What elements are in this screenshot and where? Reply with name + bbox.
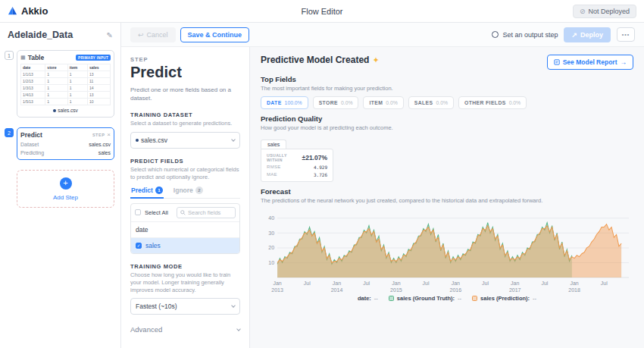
forecast-chart[interactable]: 10203040Jan2013JulJan2014JulJan2015JulJa…	[261, 206, 633, 294]
pq-tab-sales[interactable]: sales	[261, 140, 286, 149]
set-output-toggle[interactable]: Set an output step	[492, 31, 558, 39]
chip-item[interactable]: ITEM 0.0%	[363, 96, 403, 109]
dataset-select[interactable]: sales.csv	[130, 132, 240, 149]
top-fields-desc: The most important fields for making you…	[261, 85, 633, 92]
chip-sales[interactable]: SALES 0.0%	[408, 96, 454, 109]
prediction-swatch-icon	[472, 296, 477, 301]
cancel-button[interactable]: ↩ Cancel	[130, 27, 176, 42]
edit-flow-name-icon[interactable]: ✎	[107, 31, 113, 39]
report-icon	[554, 59, 560, 65]
chip-other-fields[interactable]: OTHER FIELDS 0.0%	[458, 96, 527, 109]
add-step-label: Add Step	[22, 194, 109, 201]
prediction-quality-card: sales USUALLY WITHIN ±21.07% RMSE 4.929	[261, 136, 633, 182]
tab-predict[interactable]: Predict 1	[130, 187, 164, 199]
mae-row: MAE 3.726	[267, 172, 327, 177]
forecast-desc: The predictions of the neural network yo…	[261, 197, 633, 204]
svg-text:Jul: Jul	[423, 281, 430, 286]
primary-input-badge: PRIMARY INPUT	[76, 55, 111, 61]
predict-fields-label: PREDICT FIELDS	[130, 158, 240, 165]
check-icon: ✓	[137, 243, 141, 248]
sales-checkbox[interactable]: ✓	[136, 243, 142, 249]
tab-ignore[interactable]: Ignore 2	[173, 187, 204, 198]
advanced-toggle[interactable]: Advanced	[130, 325, 240, 334]
svg-text:Jul: Jul	[304, 281, 311, 286]
step-label: STEP	[92, 133, 105, 137]
preview-col-header: item	[67, 64, 87, 71]
search-fields-input[interactable]	[188, 209, 232, 216]
step-config-panel: STEP Predict Predict one or more fields …	[121, 47, 250, 348]
chevron-down-icon	[231, 303, 236, 308]
add-step-card[interactable]: + Add Step	[17, 170, 114, 208]
chip-date[interactable]: DATE 100.0%	[261, 96, 308, 109]
predict-ignore-tabs: Predict 1 Ignore 2	[130, 187, 240, 199]
training-dataset-desc: Select a dataset to generate predictions…	[130, 120, 240, 127]
save-continue-button[interactable]: Save & Continue	[180, 27, 250, 42]
step-title: Predict	[130, 64, 240, 81]
top-fields-chips: DATE 100.0% STORE 0.0% ITEM 0.0% SALES	[261, 96, 633, 109]
flow-sidebar: Adelaide_Data ✎ 1 ▦ Table PRIMARY INPUT	[0, 23, 121, 348]
svg-text:2014: 2014	[331, 287, 343, 293]
preview-col-header: store	[45, 64, 68, 71]
remove-step-icon[interactable]: ×	[107, 132, 111, 138]
predict-dataset-row: Dataset sales.csv	[20, 142, 111, 147]
flow-step-1: 1 ▦ Table PRIMARY INPUT date store item	[5, 50, 114, 118]
preview-col-header: date	[21, 64, 45, 71]
svg-text:Jan: Jan	[392, 281, 400, 286]
svg-text:Jul: Jul	[601, 281, 608, 286]
forecast-title: Forecast	[261, 187, 633, 196]
step-eyebrow: STEP	[130, 56, 240, 63]
svg-text:2017: 2017	[509, 287, 521, 293]
undo-icon: ↩	[138, 31, 144, 39]
predict-fields-desc: Select which numerical or categorical fi…	[130, 166, 240, 181]
usually-within-value: ±21.07%	[302, 154, 328, 161]
table-step-title: Table	[28, 54, 45, 61]
svg-text:2018: 2018	[568, 287, 580, 293]
step-2-badge: 2	[5, 128, 14, 137]
chip-store[interactable]: STORE 0.0%	[313, 96, 359, 109]
svg-text:Jul: Jul	[482, 281, 489, 286]
predict-fields-section: PREDICT FIELDS Select which numerical or…	[130, 158, 240, 254]
flow-editor-app: Akkio Flow Editor ⊘ Not Deployed Adelaid…	[0, 0, 644, 348]
svg-text:Jan: Jan	[511, 281, 519, 286]
svg-text:Jul: Jul	[363, 281, 370, 286]
dataset-dot-icon	[53, 109, 56, 112]
svg-text:Jan: Jan	[333, 281, 341, 286]
predict-step-card[interactable]: Predict STEP × Dataset sales.csv Predict…	[17, 127, 114, 160]
preview-row: 1/1/131113	[21, 71, 111, 78]
forecast-chart-svg[interactable]: 10203040Jan2013JulJan2014JulJan2015JulJa…	[261, 206, 633, 294]
training-mode-select[interactable]: Fastest (~10s)	[130, 298, 240, 315]
table-step-card[interactable]: ▦ Table PRIMARY INPUT date store item sa…	[17, 50, 114, 118]
select-all-label: Select All	[145, 209, 168, 216]
predict-step-title: Predict	[20, 131, 42, 139]
page-title: Flow Editor	[0, 7, 644, 16]
add-step-plus-icon[interactable]: +	[60, 177, 72, 190]
more-options-button[interactable]: •••	[617, 27, 635, 42]
training-dataset-label: TRAINING DATASET	[130, 111, 240, 118]
table-icon: ▦	[20, 55, 26, 61]
results-panel: Predictive Model Created ✦ See Model Rep…	[250, 47, 644, 348]
svg-text:2016: 2016	[449, 287, 461, 293]
preview-row: 1/2/131111	[21, 78, 111, 85]
deploy-button[interactable]: ↗ Deploy	[564, 27, 611, 42]
results-title: Predictive Model Created ✦	[261, 55, 380, 65]
not-deployed-button[interactable]: ⊘ Not Deployed	[573, 5, 636, 18]
field-row-sales[interactable]: ✓ sales	[131, 237, 239, 253]
preview-row: 1/5/131110	[21, 99, 111, 105]
svg-text:20: 20	[268, 245, 274, 250]
field-row-date[interactable]: date	[131, 222, 239, 237]
deploy-status-label: Not Deployed	[588, 8, 630, 15]
svg-text:Jul: Jul	[541, 281, 548, 286]
field-search-box[interactable]	[177, 207, 236, 218]
brand[interactable]: Akkio	[8, 5, 48, 17]
training-mode-desc: Choose how long you would like to train …	[130, 271, 240, 294]
svg-text:Jan: Jan	[452, 281, 460, 286]
select-all-checkbox[interactable]	[135, 209, 141, 215]
forecast-legend: date: -- sales (Ground Truth): -- sales …	[261, 295, 633, 302]
preview-row: 1/3/131114	[21, 85, 111, 92]
prediction-quality-title: Prediction Quality	[261, 114, 633, 123]
svg-text:Jan: Jan	[570, 281, 578, 286]
see-model-report-button[interactable]: See Model Report →	[547, 55, 633, 70]
ignore-count-badge: 2	[195, 187, 203, 194]
legend-date: date: --	[358, 295, 378, 302]
preview-col-header: sales	[88, 64, 111, 71]
